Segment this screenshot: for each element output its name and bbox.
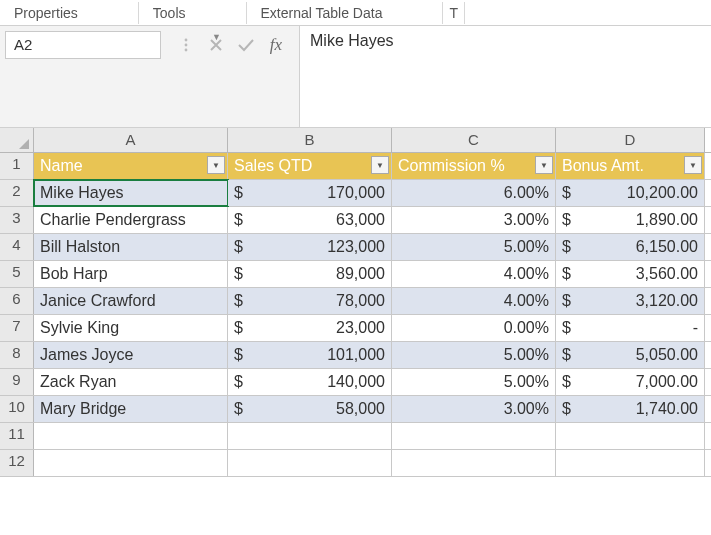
svg-point-2 bbox=[185, 49, 188, 52]
cell[interactable] bbox=[34, 450, 228, 476]
cell-bonus[interactable]: $6,150.00 bbox=[556, 234, 705, 260]
cell-bonus[interactable]: $3,560.00 bbox=[556, 261, 705, 287]
cell-commission[interactable]: 3.00% bbox=[392, 207, 556, 233]
row-header[interactable]: 2 bbox=[0, 180, 34, 206]
row-header[interactable]: 9 bbox=[0, 369, 34, 395]
cell[interactable] bbox=[228, 450, 392, 476]
col-header-b[interactable]: B bbox=[228, 128, 392, 152]
cell[interactable] bbox=[556, 450, 705, 476]
cell-commission[interactable]: 5.00% bbox=[392, 369, 556, 395]
cell-name[interactable]: Charlie Pendergrass bbox=[34, 207, 228, 233]
cell-name[interactable]: Zack Ryan bbox=[34, 369, 228, 395]
cell[interactable] bbox=[34, 423, 228, 449]
cell-name[interactable]: Mary Bridge bbox=[34, 396, 228, 422]
cell-sales[interactable]: $23,000 bbox=[228, 315, 392, 341]
cell-bonus[interactable]: $10,200.00 bbox=[556, 180, 705, 206]
cell-commission[interactable]: 4.00% bbox=[392, 288, 556, 314]
table-row: 5Bob Harp$89,0004.00%$3,560.00 bbox=[0, 261, 711, 288]
ribbon-tab-properties[interactable]: Properties bbox=[0, 2, 139, 24]
row-header[interactable]: 3 bbox=[0, 207, 34, 233]
header-commission[interactable]: Commission % ▼ bbox=[392, 153, 556, 179]
cell-name[interactable]: Sylvie King bbox=[34, 315, 228, 341]
cell-value: 5,050.00 bbox=[575, 346, 698, 364]
select-all-corner[interactable] bbox=[0, 128, 34, 152]
cell-sales[interactable]: $89,000 bbox=[228, 261, 392, 287]
header-label: Bonus Amt. bbox=[562, 157, 644, 175]
row-header[interactable]: 7 bbox=[0, 315, 34, 341]
cell-bonus[interactable]: $1,890.00 bbox=[556, 207, 705, 233]
filter-button[interactable]: ▼ bbox=[535, 156, 553, 174]
col-header-c[interactable]: C bbox=[392, 128, 556, 152]
row-header[interactable]: 10 bbox=[0, 396, 34, 422]
row-header[interactable]: 6 bbox=[0, 288, 34, 314]
table-header-row: 1 Name ▼ Sales QTD ▼ Commission % ▼ Bonu… bbox=[0, 153, 711, 180]
ribbon-tab-extra[interactable]: T bbox=[443, 2, 465, 24]
col-header-d[interactable]: D bbox=[556, 128, 705, 152]
header-bonus[interactable]: Bonus Amt. ▼ bbox=[556, 153, 705, 179]
currency-symbol: $ bbox=[234, 373, 247, 391]
col-header-a[interactable]: A bbox=[34, 128, 228, 152]
row-header[interactable]: 1 bbox=[0, 153, 34, 179]
ribbon-tab-external[interactable]: External Table Data bbox=[247, 2, 444, 24]
cell-name[interactable]: Bill Halston bbox=[34, 234, 228, 260]
cell-value: 170,000 bbox=[247, 184, 385, 202]
table-row: 12 bbox=[0, 450, 711, 477]
row-header[interactable]: 4 bbox=[0, 234, 34, 260]
currency-symbol: $ bbox=[562, 400, 575, 418]
cell-bonus[interactable]: $- bbox=[556, 315, 705, 341]
cell-sales[interactable]: $170,000 bbox=[228, 180, 392, 206]
cell-bonus[interactable]: $5,050.00 bbox=[556, 342, 705, 368]
cell-sales[interactable]: $101,000 bbox=[228, 342, 392, 368]
currency-symbol: $ bbox=[562, 292, 575, 310]
currency-symbol: $ bbox=[234, 400, 247, 418]
cell-value: 3,560.00 bbox=[575, 265, 698, 283]
cell-commission[interactable]: 0.00% bbox=[392, 315, 556, 341]
cell-sales[interactable]: $63,000 bbox=[228, 207, 392, 233]
currency-symbol: $ bbox=[562, 373, 575, 391]
header-label: Sales QTD bbox=[234, 157, 312, 175]
confirm-icon[interactable] bbox=[231, 31, 261, 59]
cell-name[interactable]: Janice Crawford bbox=[34, 288, 228, 314]
header-sales[interactable]: Sales QTD ▼ bbox=[228, 153, 392, 179]
currency-symbol: $ bbox=[562, 238, 575, 256]
cell-commission[interactable]: 5.00% bbox=[392, 342, 556, 368]
table-row: 10Mary Bridge$58,0003.00%$1,740.00 bbox=[0, 396, 711, 423]
cell-bonus[interactable]: $7,000.00 bbox=[556, 369, 705, 395]
formula-input[interactable]: Mike Hayes bbox=[299, 26, 711, 127]
cell-name[interactable]: Bob Harp bbox=[34, 261, 228, 287]
cancel-icon[interactable] bbox=[201, 31, 231, 59]
filter-button[interactable]: ▼ bbox=[207, 156, 225, 174]
row-header[interactable]: 5 bbox=[0, 261, 34, 287]
cell[interactable] bbox=[392, 450, 556, 476]
fx-icon[interactable]: fx bbox=[261, 31, 291, 59]
cell-value: 10,200.00 bbox=[575, 184, 698, 202]
cell-commission[interactable]: 4.00% bbox=[392, 261, 556, 287]
cell-name[interactable]: Mike Hayes bbox=[34, 180, 228, 206]
name-box: ▼ bbox=[5, 31, 161, 59]
cell-bonus[interactable]: $3,120.00 bbox=[556, 288, 705, 314]
cell-value: 123,000 bbox=[247, 238, 385, 256]
row-header[interactable]: 12 bbox=[0, 450, 34, 476]
cell-sales[interactable]: $140,000 bbox=[228, 369, 392, 395]
menu-dots-icon[interactable] bbox=[171, 31, 201, 59]
filter-button[interactable]: ▼ bbox=[371, 156, 389, 174]
ribbon-tab-tools[interactable]: Tools bbox=[139, 2, 247, 24]
cell-commission[interactable]: 6.00% bbox=[392, 180, 556, 206]
cell-value: 58,000 bbox=[247, 400, 385, 418]
table-row: 7Sylvie King$23,0000.00%$- bbox=[0, 315, 711, 342]
cell-bonus[interactable]: $1,740.00 bbox=[556, 396, 705, 422]
cell-sales[interactable]: $123,000 bbox=[228, 234, 392, 260]
filter-button[interactable]: ▼ bbox=[684, 156, 702, 174]
header-name[interactable]: Name ▼ bbox=[34, 153, 228, 179]
cell[interactable] bbox=[228, 423, 392, 449]
row-header[interactable]: 8 bbox=[0, 342, 34, 368]
cell-commission[interactable]: 5.00% bbox=[392, 234, 556, 260]
row-header[interactable]: 11 bbox=[0, 423, 34, 449]
cell[interactable] bbox=[556, 423, 705, 449]
cell-sales[interactable]: $78,000 bbox=[228, 288, 392, 314]
cell-sales[interactable]: $58,000 bbox=[228, 396, 392, 422]
cell-commission[interactable]: 3.00% bbox=[392, 396, 556, 422]
cell-name[interactable]: James Joyce bbox=[34, 342, 228, 368]
cell-value: 6,150.00 bbox=[575, 238, 698, 256]
cell[interactable] bbox=[392, 423, 556, 449]
